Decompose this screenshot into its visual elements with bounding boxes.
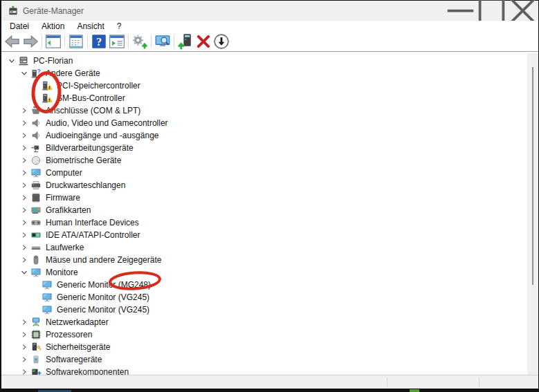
tree-item-label: Firmware: [46, 193, 80, 203]
menu-item-datei[interactable]: Datei: [3, 21, 35, 31]
tree-item[interactable]: Firmware: [1, 192, 538, 204]
hid-icon: [30, 217, 42, 228]
uninstall-device-button[interactable]: [194, 33, 212, 50]
tree-item[interactable]: Druckwarteschlangen: [1, 179, 538, 192]
tree-item-label: Monitore: [46, 268, 78, 277]
action-pane-icon: [108, 32, 126, 50]
svg-text:?: ?: [37, 68, 40, 75]
tree-item[interactable]: Audio, Video und Gamecontroller: [1, 117, 538, 129]
scrollbar-thumb[interactable]: [532, 67, 533, 285]
ide-icon: [30, 230, 42, 241]
chevron-spacer: [29, 92, 42, 104]
chevron-down-icon[interactable]: [18, 67, 30, 80]
tree-item[interactable]: Generic Monitor (VG245): [1, 304, 538, 316]
forward-button[interactable]: [21, 33, 39, 50]
menu-item-hilfe[interactable]: ?: [111, 21, 128, 31]
update-driver-button[interactable]: [176, 33, 194, 50]
tree-item[interactable]: Generic Monitor (MG248): [1, 279, 538, 291]
cpu-icon: [30, 329, 42, 340]
drive-icon: [30, 242, 42, 253]
chevron-right-icon[interactable]: [18, 192, 30, 204]
tree-item[interactable]: Laufwerke: [1, 241, 538, 254]
show-console-tree-button[interactable]: [44, 33, 62, 50]
screen: Geräte-Manager DateiAktionAnsicht? ? PC-…: [0, 0, 539, 392]
properties-button[interactable]: [67, 33, 85, 50]
forward-icon: [21, 32, 39, 50]
device-tree: PC-Florian?Andere GerätePCI-Speichercont…: [1, 52, 538, 375]
close-button[interactable]: [507, 1, 538, 21]
vertical-scrollbar[interactable]: [527, 53, 538, 375]
monitor-icon: [42, 304, 53, 315]
chevron-right-icon[interactable]: [18, 254, 30, 266]
tree-item[interactable]: Monitore: [1, 266, 538, 279]
tree-item[interactable]: Biometrische Geräte: [1, 154, 538, 167]
ports-icon: [30, 105, 42, 116]
device-manager-window: Geräte-Manager DateiAktionAnsicht? ? PC-…: [1, 1, 538, 389]
chevron-right-icon[interactable]: [18, 117, 30, 129]
minimize-button[interactable]: [445, 1, 476, 21]
unknown-device-icon: ?: [30, 68, 42, 79]
title-bar[interactable]: Geräte-Manager: [1, 1, 538, 21]
maximize-button[interactable]: [476, 1, 507, 21]
chevron-right-icon[interactable]: [18, 341, 30, 353]
chevron-right-icon[interactable]: [18, 142, 30, 154]
tree-item[interactable]: Prozessoren: [1, 328, 538, 341]
tree-item-label: Druckwarteschlangen: [46, 180, 125, 190]
back-button[interactable]: [3, 33, 21, 50]
tree-item[interactable]: IDE ATA/ATAPI-Controller: [1, 229, 538, 241]
tree-item-label: Mäuse und andere Zeigegeräte: [46, 255, 161, 265]
chevron-right-icon[interactable]: [18, 129, 30, 142]
chevron-right-icon[interactable]: [18, 216, 30, 229]
chevron-right-icon[interactable]: [18, 167, 30, 179]
speaker-icon: [30, 118, 42, 129]
chevron-right-icon[interactable]: [18, 316, 30, 328]
disable-device-button[interactable]: [212, 33, 230, 50]
toolbar-separator: [128, 35, 129, 48]
help-button[interactable]: ?: [90, 33, 108, 50]
chevron-right-icon[interactable]: [18, 229, 30, 241]
chevron-right-icon[interactable]: [18, 179, 30, 192]
tree-item[interactable]: Human Interface Devices: [1, 216, 538, 229]
action-pane-button[interactable]: [108, 33, 126, 50]
chevron-down-icon[interactable]: [6, 55, 18, 67]
menu-item-ansicht[interactable]: Ansicht: [71, 21, 110, 31]
chevron-right-icon[interactable]: [18, 204, 30, 216]
tree-item[interactable]: Anschlüsse (COM & LPT): [1, 104, 538, 117]
software-device-icon: [30, 354, 42, 365]
tree-item[interactable]: Grafikkarten: [1, 204, 538, 216]
tree-item[interactable]: PC-Florian: [1, 55, 538, 67]
tree-item-label: Human Interface Devices: [46, 218, 139, 227]
tree-item-label: PC-Florian: [33, 56, 73, 66]
printer-icon: [30, 180, 42, 191]
tree-item-label: Audioeingänge und -ausgänge: [46, 131, 158, 140]
toolbar-separator: [64, 35, 65, 48]
tree-item[interactable]: Softwaregeräte: [1, 353, 538, 366]
tree-item-label: Generic Monitor (VG245): [57, 305, 149, 315]
properties-icon: [67, 32, 85, 50]
menu-item-aktion[interactable]: Aktion: [35, 21, 71, 31]
chevron-right-icon[interactable]: [18, 154, 30, 167]
chevron-right-icon[interactable]: [18, 366, 30, 375]
chevron-down-icon[interactable]: [18, 266, 30, 279]
tree-item[interactable]: SM-Bus-Controller: [1, 92, 538, 104]
scan-hardware-changes-button[interactable]: [131, 33, 149, 50]
back-icon: [3, 32, 21, 50]
chevron-right-icon[interactable]: [18, 353, 30, 366]
chevron-right-icon[interactable]: [18, 328, 30, 341]
tree-item[interactable]: PCI-Speichercontroller: [1, 80, 538, 92]
tree-item[interactable]: Bildverarbeitungsgeräte: [1, 142, 538, 154]
tree-item-label: PCI-Speichercontroller: [57, 81, 140, 91]
disable-icon: [212, 32, 230, 50]
tree-item[interactable]: Generic Monitor (VG245): [1, 291, 538, 304]
tree-item[interactable]: Mäuse und andere Zeigegeräte: [1, 254, 538, 266]
chevron-right-icon[interactable]: [18, 241, 30, 254]
remote-view-button[interactable]: [154, 33, 172, 50]
chevron-right-icon[interactable]: [18, 104, 30, 117]
tree-item[interactable]: Netzwerkadapter: [1, 316, 538, 328]
tree-item[interactable]: Audioeingänge und -ausgänge: [1, 129, 538, 142]
tree-item[interactable]: ?Andere Geräte: [1, 67, 538, 80]
tree-item[interactable]: Softwarekomponenten: [1, 366, 538, 375]
tree-item[interactable]: Sicherheitsgeräte: [1, 341, 538, 353]
status-bar: [1, 375, 538, 389]
tree-item[interactable]: Computer: [1, 167, 538, 179]
